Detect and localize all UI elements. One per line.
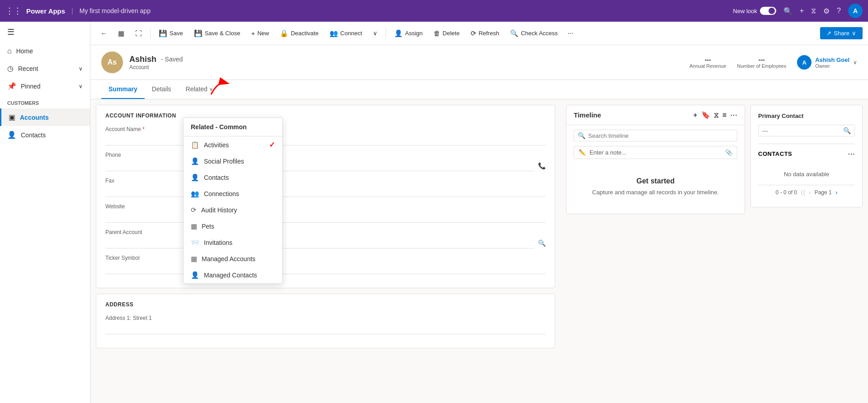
timeline-search-input[interactable]: [588, 132, 733, 139]
user-avatar[interactable]: A: [848, 4, 863, 18]
note-placeholder: Enter a note...: [590, 149, 722, 156]
employees-section: --- Number of Employees: [737, 56, 786, 69]
dropdown-item-pets[interactable]: ▦ Pets: [184, 218, 282, 234]
contacts-dropdown-label: Contacts: [204, 174, 229, 181]
dropdown-item-activities[interactable]: 📋 Activities ✓: [184, 136, 282, 153]
account-info-section: ACCOUNT INFORMATION Account Name * Phone…: [96, 105, 555, 288]
new-button[interactable]: + New: [246, 27, 274, 40]
deactivate-icon: 🔒: [280, 29, 288, 37]
expand-button[interactable]: ⛶: [131, 27, 146, 40]
parent-account-input[interactable]: [105, 237, 534, 248]
chevron-down-icon: ∨: [373, 30, 377, 37]
deactivate-button[interactable]: 🔒 Deactivate: [275, 27, 323, 40]
sidebar-item-accounts[interactable]: ▣ Accounts: [0, 108, 90, 126]
help-icon[interactable]: ?: [837, 7, 841, 15]
new-look-toggle[interactable]: [760, 7, 776, 15]
fax-input[interactable]: [105, 186, 546, 197]
primary-contact-input[interactable]: [762, 127, 840, 134]
tab-summary-label: Summary: [108, 85, 137, 93]
dropdown-item-connections[interactable]: 👥 Connections: [184, 186, 282, 202]
connect-chevron-button[interactable]: ∨: [368, 27, 382, 39]
columns-icon[interactable]: ≡: [722, 111, 726, 119]
new-look-toggle-area: New look: [733, 7, 776, 15]
ticker-symbol-field: Ticker Symbol: [105, 255, 546, 274]
pagination-first-button[interactable]: ⟨⟨: [801, 189, 805, 196]
primary-contact-card: Primary Contact 🔍 CONTACTS ⋯ No data ava…: [750, 105, 863, 207]
sidebar-item-label: Pinned: [21, 83, 41, 90]
parent-account-label: Parent Account: [105, 229, 546, 235]
pagination-prev-button[interactable]: ‹: [809, 189, 811, 196]
assign-button[interactable]: 👤 Assign: [390, 27, 427, 40]
dropdown-item-contacts[interactable]: 👤 Contacts: [184, 169, 282, 186]
delete-button[interactable]: 🗑 Delete: [429, 27, 464, 40]
ticker-symbol-label: Ticker Symbol: [105, 255, 546, 261]
back-button[interactable]: ←: [96, 27, 112, 40]
website-field: Website: [105, 203, 546, 223]
phone-input[interactable]: [105, 160, 534, 171]
dropdown-item-managed-accounts[interactable]: ▦ Managed Accounts: [184, 251, 282, 267]
parent-account-search-icon: 🔍: [538, 239, 546, 247]
contacts-section: CONTACTS ⋯ No data available 0 - 0 of 0 …: [758, 144, 855, 200]
filter-icon[interactable]: ⧖: [811, 7, 816, 15]
ticker-symbol-input[interactable]: [105, 263, 546, 274]
refresh-button[interactable]: ⟳ Refresh: [466, 27, 504, 40]
bookmark-icon[interactable]: 🔖: [701, 111, 710, 119]
more-options-button[interactable]: ⋯: [564, 27, 577, 39]
pagination-page-label: Page 1: [815, 189, 832, 196]
phone-call-icon: 📞: [538, 162, 546, 169]
app-name: My first model-driven app: [80, 7, 151, 14]
settings-icon[interactable]: ⚙: [823, 7, 830, 15]
contacts-more-icon[interactable]: ⋯: [848, 150, 855, 158]
dropdown-item-managed-contacts[interactable]: 👤 Managed Contacts: [184, 267, 282, 283]
account-name-input[interactable]: [105, 134, 546, 145]
sidebar-item-recent[interactable]: ◷ Recent ∨: [0, 60, 90, 77]
new-look-label: New look: [733, 8, 757, 14]
tab-details[interactable]: Details: [145, 80, 179, 99]
owner-name[interactable]: Ashish Goel: [815, 56, 849, 63]
fax-label: Fax: [105, 178, 546, 184]
managed-accounts-icon: ▦: [191, 255, 197, 263]
save-close-button[interactable]: 💾 Save & Close: [189, 27, 245, 40]
check-access-button[interactable]: 🔍 Check Access: [505, 27, 562, 40]
sidebar-item-contacts[interactable]: 👤 Contacts: [0, 126, 90, 144]
pagination-next-button[interactable]: ›: [835, 189, 838, 196]
deactivate-label: Deactivate: [291, 30, 318, 37]
primary-contact-search-icon[interactable]: 🔍: [843, 127, 851, 134]
search-icon[interactable]: 🔍: [783, 7, 793, 15]
website-input[interactable]: [105, 211, 546, 223]
add-timeline-icon[interactable]: +: [693, 111, 697, 119]
filter-timeline-icon[interactable]: ⧖: [714, 111, 719, 119]
grid-view-button[interactable]: ▦: [113, 27, 129, 40]
employees-value: ---: [737, 56, 786, 63]
timeline-search: 🔍: [574, 130, 737, 141]
more-timeline-icon[interactable]: ⋯: [730, 111, 737, 119]
pin-icon: 📌: [7, 82, 16, 90]
timeline-note-input[interactable]: ✏️ Enter a note... 📎: [574, 146, 737, 159]
apps-menu-icon[interactable]: ⋮⋮: [5, 6, 22, 16]
timeline-search-icon: 🔍: [578, 132, 585, 139]
dropdown-item-audit-history[interactable]: ⟳ Audit History: [184, 202, 282, 218]
owner-chevron-icon[interactable]: ∨: [853, 59, 857, 66]
timeline-column: Timeline + 🔖 ⧖ ≡ ⋯ 🔍: [561, 99, 750, 363]
tab-related[interactable]: Related ∨: [179, 80, 220, 99]
tab-summary[interactable]: Summary: [101, 80, 145, 99]
sidebar-hamburger[interactable]: ☰: [0, 22, 90, 42]
invitations-icon: 📨: [191, 239, 199, 247]
connect-button[interactable]: 👥 Connect: [325, 27, 367, 40]
chevron-down-icon: ∨: [79, 83, 83, 89]
record-header: As Ashish - Saved Account --- Annual Rev…: [90, 45, 868, 80]
sidebar-item-home[interactable]: ⌂ Home: [0, 42, 90, 60]
add-icon[interactable]: +: [800, 7, 804, 15]
accounts-icon: ▣: [9, 113, 15, 122]
address-street-field: Address 1: Street 1: [105, 315, 546, 334]
share-button[interactable]: ↗ Share ∨: [820, 27, 863, 39]
save-button[interactable]: 💾 Save: [154, 27, 188, 40]
sidebar-item-pinned[interactable]: 📌 Pinned ∨: [0, 77, 90, 95]
toolbar-separator: [150, 28, 151, 39]
timeline-empty-subtitle: Capture and manage all records in your t…: [592, 189, 719, 196]
timeline-empty-title: Get started: [637, 177, 675, 185]
dropdown-item-invitations[interactable]: 📨 Invitations: [184, 234, 282, 251]
dropdown-item-social-profiles[interactable]: 👤 Social Profiles: [184, 153, 282, 169]
account-name-label: Account Name *: [105, 126, 546, 132]
address-street-input[interactable]: [105, 323, 546, 334]
